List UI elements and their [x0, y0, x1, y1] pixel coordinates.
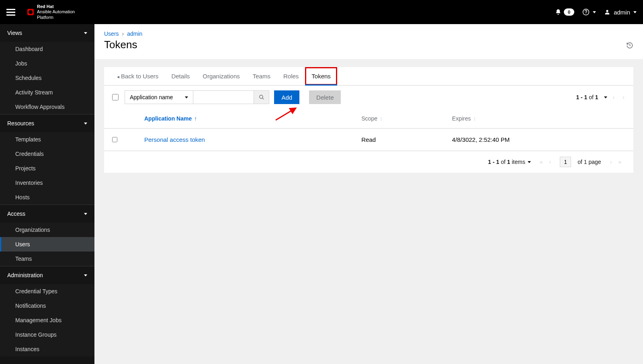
footer-pager: « ‹	[537, 159, 553, 165]
chevron-down-icon	[84, 213, 87, 215]
sort-icon: ↕	[380, 115, 383, 122]
redhat-icon	[27, 9, 34, 15]
sidebar-item-users[interactable]: Users	[0, 237, 94, 252]
svg-point-2	[606, 10, 608, 12]
chevron-down-icon	[84, 274, 87, 276]
table-row: Personal access token Read 4/8/3022, 2:5…	[104, 129, 633, 151]
sidebar-item-organizations[interactable]: Organizations	[0, 223, 94, 237]
tokens-table: Application Name↑ Scope↕ Expires↕	[104, 109, 633, 151]
filter-input[interactable]	[193, 91, 254, 104]
help-icon	[582, 8, 590, 16]
delete-button[interactable]: Delete	[309, 90, 341, 104]
sidebar-section-administration: Administration Credential Types Notifica…	[0, 266, 94, 356]
filter-type-select[interactable]: Application name	[125, 91, 193, 104]
sidebar-section-resources: Resources Templates Credentials Projects…	[0, 114, 94, 204]
sidebar-header-access[interactable]: Access	[0, 205, 94, 223]
breadcrumb: Users › admin	[104, 31, 633, 37]
tab-details[interactable]: Details	[165, 67, 196, 85]
page-number-input[interactable]	[560, 157, 571, 167]
chevron-down-icon	[185, 96, 188, 98]
sidebar-item-credential-types[interactable]: Credential Types	[0, 284, 94, 299]
user-menu-button[interactable]: admin	[604, 9, 637, 16]
brand-text: Red Hat Ansible Automation Platform	[37, 4, 75, 20]
breadcrumb-separator: ›	[122, 31, 124, 37]
bell-icon	[555, 9, 561, 15]
sidebar-item-workflow-approvals[interactable]: Workflow Approvals	[0, 100, 94, 114]
tokens-card: Back to Users Details Organizations Team…	[104, 67, 633, 173]
chevron-down-icon	[593, 11, 596, 13]
help-button[interactable]	[582, 8, 596, 16]
sidebar-item-teams[interactable]: Teams	[0, 252, 94, 266]
sort-asc-icon: ↑	[194, 115, 197, 122]
prev-page-button[interactable]: ‹	[610, 94, 617, 100]
chevron-down-icon	[528, 161, 531, 163]
table-footer: 1 - 1 of 1 items « ‹ of 1 page › »	[104, 151, 633, 173]
main-content: Users › admin Tokens Back to Users Detai…	[94, 24, 643, 364]
sidebar-item-credentials[interactable]: Credentials	[0, 147, 94, 161]
search-button[interactable]	[254, 91, 269, 104]
notifications-button[interactable]: 0	[555, 8, 574, 16]
sidebar: Views Dashboard Jobs Schedules Activity …	[0, 24, 94, 364]
row-checkbox[interactable]	[112, 137, 117, 142]
sidebar-item-management-jobs[interactable]: Management Jobs	[0, 313, 94, 327]
sidebar-item-notifications[interactable]: Notifications	[0, 299, 94, 313]
svg-point-1	[586, 13, 586, 14]
prev-page-button[interactable]: ‹	[547, 159, 554, 165]
sidebar-header-views[interactable]: Views	[0, 24, 94, 42]
history-icon[interactable]	[626, 42, 633, 49]
top-pagination: 1 - 1 of 1 ‹ ›	[576, 94, 627, 100]
chevron-down-icon	[633, 11, 637, 13]
sidebar-item-dashboard[interactable]: Dashboard	[0, 42, 94, 56]
chevron-down-icon	[84, 123, 87, 125]
next-page-button[interactable]: ›	[608, 159, 614, 165]
page-title: Tokens	[104, 39, 633, 51]
user-icon	[604, 9, 610, 15]
sidebar-item-inventories[interactable]: Inventories	[0, 176, 94, 190]
sidebar-item-activity-stream[interactable]: Activity Stream	[0, 85, 94, 100]
sidebar-header-resources[interactable]: Resources	[0, 115, 94, 132]
topbar: Red Hat Ansible Automation Platform 0 ad…	[0, 0, 643, 24]
column-application-name[interactable]: Application Name↑	[125, 109, 355, 129]
sidebar-item-templates[interactable]: Templates	[0, 132, 94, 147]
sidebar-item-hosts[interactable]: Hosts	[0, 190, 94, 204]
sidebar-item-instances[interactable]: Instances	[0, 342, 94, 356]
tab-organizations[interactable]: Organizations	[196, 67, 246, 85]
footer-pager-next: › »	[608, 159, 624, 165]
footer-range[interactable]: 1 - 1 of 1 items	[488, 159, 531, 165]
tab-tokens[interactable]: Tokens	[305, 67, 337, 85]
notification-badge: 0	[564, 8, 574, 16]
sidebar-item-instance-groups[interactable]: Instance Groups	[0, 327, 94, 342]
menu-toggle-button[interactable]	[6, 9, 15, 16]
token-scope: Read	[355, 129, 446, 151]
sidebar-item-schedules[interactable]: Schedules	[0, 71, 94, 85]
first-page-button[interactable]: «	[537, 159, 545, 165]
page-header: Users › admin Tokens	[94, 24, 643, 59]
chevron-down-icon	[84, 32, 87, 34]
sidebar-section-views: Views Dashboard Jobs Schedules Activity …	[0, 24, 94, 114]
select-all-checkbox[interactable]	[112, 94, 119, 100]
sidebar-item-projects[interactable]: Projects	[0, 161, 94, 176]
svg-point-3	[260, 95, 263, 98]
page-suffix: of 1 page	[577, 159, 601, 165]
sidebar-item-jobs[interactable]: Jobs	[0, 56, 94, 71]
column-scope[interactable]: Scope↕	[355, 109, 446, 129]
token-name-link[interactable]: Personal access token	[144, 136, 205, 143]
username-label: admin	[614, 9, 630, 16]
sidebar-header-administration[interactable]: Administration	[0, 266, 94, 284]
last-page-button[interactable]: »	[616, 159, 624, 165]
brand: Red Hat Ansible Automation Platform	[27, 4, 75, 20]
tab-teams[interactable]: Teams	[246, 67, 277, 85]
toolbar: Application name Add	[104, 86, 633, 109]
next-page-button[interactable]: ›	[620, 94, 627, 100]
chevron-down-icon[interactable]	[604, 96, 607, 98]
token-expires: 4/8/3022, 2:52:40 PM	[446, 129, 633, 151]
column-expires[interactable]: Expires↕	[446, 109, 633, 129]
sort-icon: ↕	[473, 115, 476, 122]
filter-type-label: Application name	[130, 94, 173, 100]
tab-back-to-users[interactable]: Back to Users	[111, 67, 165, 85]
breadcrumb-admin-link[interactable]: admin	[127, 31, 142, 37]
breadcrumb-users-link[interactable]: Users	[104, 31, 119, 37]
tabs: Back to Users Details Organizations Team…	[104, 67, 633, 86]
add-button[interactable]: Add	[274, 90, 299, 104]
tab-roles[interactable]: Roles	[277, 67, 305, 85]
